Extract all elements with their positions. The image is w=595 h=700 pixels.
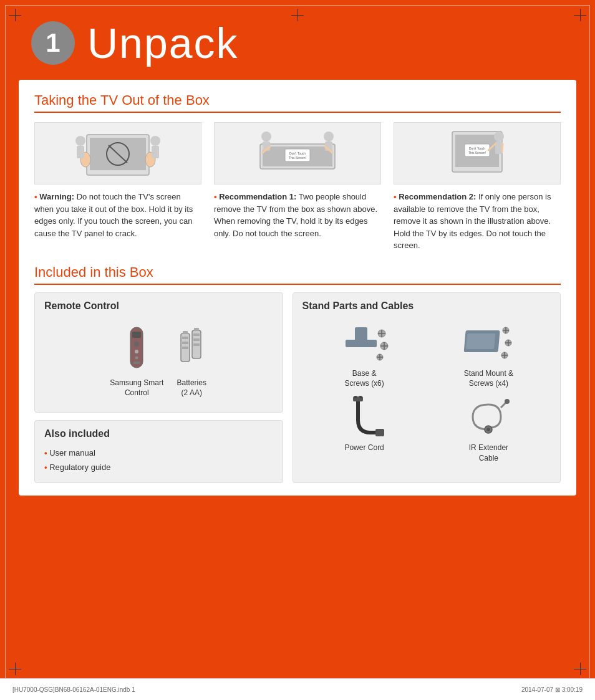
power-cord-icon: [339, 395, 389, 439]
also-included-items: User manual Regulatory guide: [44, 446, 273, 475]
remote-items: Samsung SmartControl: [44, 318, 273, 405]
stand-mount-item: Stand Mount &Screws (x4): [430, 321, 548, 390]
stand-mount-icon: [463, 321, 513, 365]
remote-icon: [121, 324, 152, 374]
unboxing-illustrations: Warning: Do not touch the TV's screen wh…: [34, 122, 561, 252]
svg-point-26: [494, 132, 504, 141]
svg-rect-40: [182, 347, 188, 349]
svg-rect-42: [194, 328, 199, 331]
svg-rect-69: [354, 396, 357, 398]
remote-box: Remote Control Sa: [34, 292, 283, 413]
samsung-remote-label: Samsung SmartControl: [110, 378, 163, 399]
svg-rect-23: [465, 144, 490, 156]
samsung-remote-item: Samsung SmartControl: [110, 324, 163, 399]
footer-left: [HU7000-QSG]BN68-06162A-01ENG.indb 1: [12, 686, 135, 693]
svg-text:Don't Touch: Don't Touch: [469, 146, 485, 150]
remote-box-title: Remote Control: [44, 300, 273, 312]
svg-rect-35: [133, 362, 140, 364]
svg-rect-37: [183, 331, 188, 334]
svg-point-6: [75, 136, 85, 146]
stand-box: Stand Parts and Cables: [293, 292, 561, 483]
taking-out-title: Taking the TV Out of the Box: [34, 92, 561, 113]
svg-rect-45: [193, 343, 200, 346]
rec2-svg: Don't Touch This Screen!: [433, 125, 521, 181]
batteries-item: Batteries(2 AA): [176, 324, 207, 399]
unboxing-col-2: Don't Touch This Screen! Recommendation …: [214, 122, 381, 252]
warning-illustration: [34, 122, 201, 185]
svg-text:This Screen!: This Screen!: [468, 151, 486, 155]
svg-point-75: [505, 399, 510, 404]
ir-extender-item: IR ExtenderCable: [430, 395, 548, 464]
ir-extender-icon: [463, 395, 513, 439]
batteries-label: Batteries(2 AA): [177, 378, 206, 399]
svg-rect-47: [355, 327, 367, 347]
svg-rect-70: [359, 396, 362, 398]
svg-rect-39: [182, 342, 188, 344]
crosshair-bottom-left: [9, 663, 21, 675]
rec1-illustration: Don't Touch This Screen!: [214, 122, 381, 185]
svg-rect-38: [182, 337, 188, 339]
page-title: Unpack: [87, 19, 239, 67]
svg-point-17: [324, 132, 334, 141]
svg-line-29: [502, 144, 503, 151]
svg-point-73: [486, 428, 490, 431]
ir-extender-label: IR ExtenderCable: [469, 443, 508, 464]
footer-right: 2014-07-07 ⊠ 3:00:19: [521, 686, 583, 693]
svg-point-34: [135, 356, 138, 359]
rec2-text: Recommendation 2: If only one person is …: [394, 191, 561, 252]
left-boxes: Remote Control Sa: [34, 292, 283, 483]
svg-point-32: [134, 342, 139, 347]
svg-point-15: [261, 132, 271, 141]
included-section: Included in this Box Remote Control: [34, 264, 561, 483]
svg-point-33: [135, 350, 138, 353]
also-item-1: Regulatory guide: [44, 460, 273, 474]
step-number: 1: [46, 28, 60, 58]
unboxing-col-3: Don't Touch This Screen! Recommendation …: [394, 122, 561, 252]
power-cord-item: Power Cord: [306, 395, 423, 464]
boxes-row: Remote Control Sa: [34, 292, 561, 483]
step-circle: 1: [31, 21, 75, 65]
stand-mount-label: Stand Mount &Screws (x4): [464, 368, 513, 390]
base-screws-label: Base &Screws (x6): [344, 368, 384, 390]
svg-point-8: [150, 136, 160, 146]
svg-rect-58: [466, 333, 495, 349]
batteries-icon: [176, 324, 207, 374]
stand-items: Base &Screws (x6): [302, 318, 551, 467]
svg-rect-12: [285, 149, 310, 161]
svg-text:This Screen!: This Screen!: [289, 156, 306, 160]
base-screws-item: Base &Screws (x6): [306, 321, 423, 390]
footer: [HU7000-QSG]BN68-06162A-01ENG.indb 1 201…: [0, 678, 595, 700]
svg-rect-9: [152, 146, 159, 158]
crosshair-top-center: [291, 9, 304, 21]
base-screws-icon: [339, 321, 389, 365]
main-content: Taking the TV Out of the Box: [19, 80, 576, 496]
stand-box-title: Stand Parts and Cables: [302, 300, 551, 312]
svg-rect-43: [193, 333, 200, 336]
rec2-illustration: Don't Touch This Screen!: [394, 122, 561, 185]
svg-rect-44: [193, 338, 200, 341]
warning-text: Warning: Do not touch the TV's screen wh…: [34, 191, 201, 239]
crosshair-top-right: [574, 9, 586, 21]
rec1-text: Recommendation 1: Two people should remo…: [214, 191, 381, 239]
also-included-title: Also included: [44, 428, 273, 439]
svg-rect-31: [132, 332, 141, 338]
svg-text:Don't Touch: Don't Touch: [289, 151, 306, 155]
also-included-box: Also included User manual Regulatory gui…: [34, 420, 283, 483]
crosshair-bottom-right: [574, 663, 586, 675]
svg-rect-71: [375, 429, 384, 436]
svg-rect-7: [77, 146, 84, 158]
also-item-0: User manual: [44, 446, 273, 460]
crosshair-top-left: [9, 9, 21, 21]
included-title: Included in this Box: [34, 264, 561, 285]
unboxing-col-1: Warning: Do not touch the TV's screen wh…: [34, 122, 201, 252]
rec1-svg: Don't Touch This Screen!: [254, 125, 341, 181]
warning-svg: [74, 125, 162, 181]
power-cord-label: Power Cord: [344, 443, 384, 453]
